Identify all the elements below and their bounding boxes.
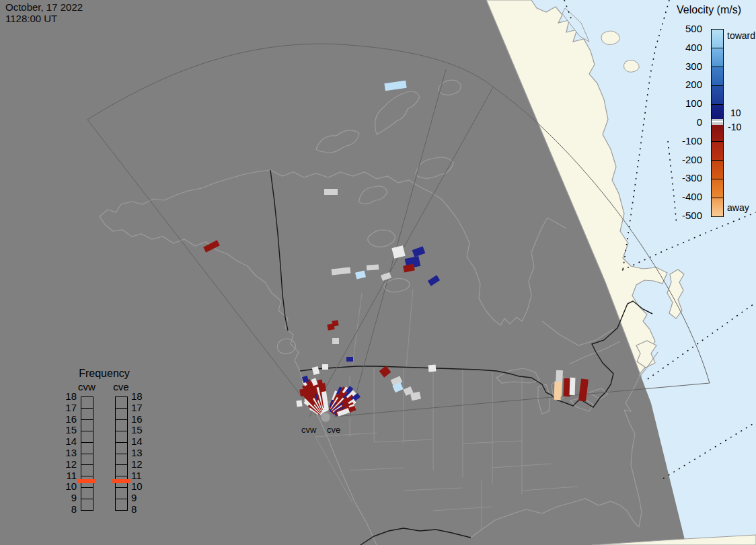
- freq-cell: [81, 442, 93, 454]
- fov-edge-cvw-right: [350, 69, 446, 417]
- freq-cell: [116, 442, 127, 454]
- freq-tick-left-10: 10: [52, 481, 77, 492]
- freq-cell: [81, 431, 93, 442]
- freq-tick-left-17: 17: [52, 403, 77, 413]
- velocity-cell: [296, 400, 302, 407]
- timestamp-block: October, 17 2022 1128:00 UT: [5, 1, 83, 24]
- velocity-cell: [570, 378, 576, 395]
- velocity-segment-6: [712, 141, 723, 160]
- radar-spoke-cells: [301, 378, 361, 417]
- velocity-cell: [403, 263, 415, 272]
- lower-threshold-label: -10: [728, 122, 741, 132]
- velocity-cell: [379, 366, 391, 377]
- freq-tick-left-16: 16: [52, 414, 77, 425]
- freq-tick-left-15: 15: [52, 425, 77, 435]
- freq-tick-right-11: 11: [131, 470, 155, 481]
- arctic-island-5: [439, 80, 461, 95]
- velocity-segment-3: [712, 85, 723, 104]
- freq-tick-left-13: 13: [52, 448, 77, 458]
- velocity-zero-line: [712, 121, 723, 122]
- freq-tick-right-16: 16: [131, 414, 155, 425]
- bottom-land-strip: [592, 535, 756, 545]
- freq-cell: [81, 499, 93, 510]
- upper-threshold-label: 10: [730, 108, 741, 118]
- velocity-tick-100: 100: [665, 98, 702, 109]
- freq-tick-left-18: 18: [52, 391, 77, 402]
- velocity-tick-500: 500: [665, 24, 702, 34]
- velocity-segment-5: [712, 123, 723, 142]
- arctic-island-2: [375, 91, 420, 134]
- freq-cell: [116, 408, 127, 419]
- radar-site-marker: [321, 413, 330, 422]
- velocity-zero-band: [712, 119, 723, 125]
- arctic-island-4: [358, 186, 387, 204]
- freq-cell: [116, 464, 127, 476]
- freq-tick-right-12: 12: [131, 459, 155, 470]
- freq-cell: [116, 431, 127, 442]
- freq-tick-left-14: 14: [52, 436, 77, 447]
- freq-cell: [116, 487, 127, 499]
- freq-cell: [116, 454, 127, 465]
- velocity-tick--400: -400: [665, 192, 702, 202]
- freq-cell: [81, 454, 93, 465]
- frequency-legend-title: Frequency: [67, 368, 141, 380]
- velocity-cell: [428, 365, 437, 372]
- alaska-yukon-border: [270, 170, 288, 331]
- velocity-tick--200: -200: [665, 155, 702, 165]
- freq-cell: [81, 487, 93, 499]
- velocity-cell: [355, 270, 366, 279]
- velocity-tick-200: 200: [665, 79, 702, 90]
- velocity-cell: [384, 81, 406, 91]
- freq-tick-left-12: 12: [52, 459, 77, 470]
- arctic-island-3: [416, 157, 453, 178]
- toward-label: toward: [727, 30, 755, 41]
- freq-tick-right-13: 13: [131, 448, 155, 458]
- st-lawrence-shore: [542, 321, 613, 345]
- freq-cell: [116, 419, 127, 431]
- freq-tick-right-18: 18: [131, 391, 155, 402]
- freq-tick-right-10: 10: [131, 481, 155, 492]
- away-label: away: [727, 202, 749, 213]
- velocity-cell: [346, 357, 353, 362]
- radar-scatter-cells: [203, 81, 589, 407]
- site-label-cvw: cvw: [301, 425, 316, 435]
- freq-cell: [81, 419, 93, 431]
- freq-column-label-cve: cve: [109, 381, 133, 392]
- velocity-cell: [332, 320, 338, 326]
- velocity-cell: [412, 246, 426, 257]
- freq-cell: [81, 397, 93, 408]
- velocity-cell: [428, 275, 440, 286]
- velocity-cell: [381, 272, 391, 281]
- velocity-segment-0: [712, 30, 723, 48]
- freq-tick-left-9: 9: [52, 493, 77, 503]
- freq-tick-right-17: 17: [131, 403, 155, 413]
- freq-cell: [116, 397, 127, 408]
- freq-marker-cve: [112, 479, 130, 483]
- velocity-cell: [332, 267, 351, 276]
- freq-tick-left-8: 8: [52, 504, 77, 515]
- arctic-coast: [270, 170, 566, 325]
- freq-tick-right-15: 15: [131, 425, 155, 435]
- velocity-cell: [299, 388, 307, 396]
- velocity-tick-0: 0: [665, 117, 702, 128]
- velocity-legend-title: Velocity (m/s): [677, 4, 756, 16]
- freq-tick-right-14: 14: [131, 436, 155, 447]
- velocity-tick-400: 400: [665, 42, 702, 53]
- velocity-cell: [324, 189, 338, 195]
- velocity-tick--100: -100: [665, 136, 702, 146]
- velocity-cell: [332, 338, 339, 344]
- site-label-cve: cve: [327, 425, 340, 435]
- velocity-tick--500: -500: [665, 210, 702, 221]
- superdarn-velocity-plot: October, 17 2022 1128:00 UT Velocity (m/…: [0, 0, 756, 545]
- arctic-island-1: [316, 130, 359, 153]
- velocity-segment-8: [712, 179, 723, 198]
- great-bear-lake: [368, 230, 395, 247]
- time-label: 1128:00 UT: [5, 13, 83, 24]
- velocity-cell: [322, 364, 328, 370]
- velocity-cell: [554, 382, 562, 400]
- velocity-segment-1: [712, 48, 723, 67]
- velocity-segment-7: [712, 160, 723, 179]
- freq-tick-right-9: 9: [131, 493, 155, 503]
- velocity-segment-9: [712, 198, 723, 216]
- date-label: October, 17 2022: [5, 1, 83, 13]
